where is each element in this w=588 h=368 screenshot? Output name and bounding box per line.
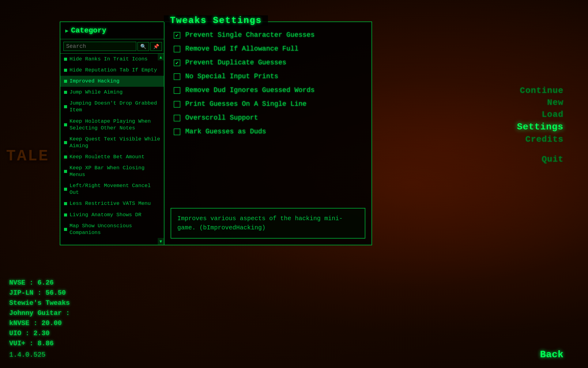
bullet-icon bbox=[64, 91, 67, 94]
checkbox-remove-dud-full[interactable] bbox=[174, 46, 180, 52]
checkbox-prevent-single[interactable]: ✔ bbox=[174, 32, 180, 39]
scroll-up-button[interactable]: ▲ bbox=[158, 54, 164, 60]
sidebar-item-hide-ranks[interactable]: Hide Ranks In Trait Icons bbox=[60, 54, 164, 65]
search-container: 🔍 📌 bbox=[60, 39, 164, 54]
checkbox-overscroll[interactable] bbox=[174, 115, 180, 121]
sidebar-item-roulette[interactable]: Keep Roulette Bet Amount bbox=[60, 151, 164, 163]
checkbox-prevent-dupe[interactable]: ✔ bbox=[174, 59, 180, 66]
description-box: Improves various aspects of the hacking … bbox=[171, 208, 365, 239]
category-scroll[interactable]: Hide Ranks In Trait IconsHide Reputation… bbox=[60, 54, 164, 245]
pin-button[interactable]: 📌 bbox=[150, 42, 162, 51]
vui-version: VUI+ : 8.86 bbox=[9, 339, 70, 349]
sidebar-item-living-anatomy[interactable]: Living Anatomy Shows DR bbox=[60, 209, 164, 220]
sidebar-item-jump-aiming[interactable]: Jump While Aiming bbox=[60, 87, 164, 98]
sidebar-item-lr-cancel[interactable]: Left/Right Movement Cancel Out bbox=[60, 180, 164, 198]
credits-button[interactable]: Credits bbox=[525, 135, 564, 144]
setting-row-print-single-line[interactable]: Print Guesses On A Single Line bbox=[174, 97, 362, 111]
sidebar-item-jumping-drop[interactable]: Jumping Doesn't Drop Grabbed Item bbox=[60, 98, 164, 116]
stewies-tweaks: Stewie's Tweaks bbox=[9, 298, 70, 308]
bullet-icon bbox=[64, 213, 67, 217]
jip-version: JIP-LN : 56.50 bbox=[9, 288, 70, 298]
bullet-icon bbox=[64, 123, 67, 126]
setting-label-prevent-single: Prevent Single Character Guesses bbox=[185, 31, 315, 39]
setting-label-mark-duds: Mark Guesses as Duds bbox=[185, 128, 266, 136]
bullet-icon bbox=[64, 80, 67, 83]
setting-row-prevent-dupe[interactable]: ✔ Prevent Duplicate Guesses bbox=[174, 56, 362, 70]
setting-label-remove-dud-ignore: Remove Dud Ignores Guessed Words bbox=[185, 86, 315, 94]
bullet-icon bbox=[64, 188, 67, 191]
quit-button[interactable]: Quit bbox=[542, 155, 564, 164]
setting-row-remove-dud-full[interactable]: Remove Dud If Allowance Full bbox=[174, 42, 362, 56]
setting-row-mark-duds[interactable]: Mark Guesses as Duds bbox=[174, 125, 362, 139]
setting-row-overscroll[interactable]: Overscroll Support bbox=[174, 111, 362, 125]
uio-version: UIO : 2.30 bbox=[9, 328, 70, 339]
setting-row-no-special-input[interactable]: No Special Input Prints bbox=[174, 70, 362, 83]
search-input[interactable] bbox=[63, 42, 136, 51]
version-info: NVSE : 6.26 JIP-LN : 56.50 Stewie's Twea… bbox=[9, 278, 70, 359]
bullet-icon bbox=[64, 170, 67, 173]
scroll-down-button[interactable]: ▼ bbox=[158, 238, 164, 245]
checkbox-print-single-line[interactable] bbox=[174, 101, 180, 108]
bullet-icon bbox=[64, 58, 67, 61]
new-button[interactable]: New bbox=[547, 98, 564, 107]
sidebar-item-quest-text[interactable]: Keep Quest Text Visible While Aiming bbox=[60, 134, 164, 151]
load-button[interactable]: Load bbox=[542, 110, 564, 119]
continue-button[interactable]: Continue bbox=[520, 86, 564, 95]
setting-row-prevent-single[interactable]: ✔ Prevent Single Character Guesses bbox=[174, 28, 362, 42]
bullet-icon bbox=[64, 228, 67, 231]
sidebar-item-xp-bar[interactable]: Keep XP Bar When Closing Menus bbox=[60, 163, 164, 180]
bullet-icon bbox=[64, 105, 67, 108]
bullet-icon bbox=[64, 141, 67, 144]
johnny-guitar: Johnny Guitar : bbox=[9, 308, 70, 318]
search-button[interactable]: 🔍 bbox=[138, 42, 149, 51]
category-panel: ▶ Category 🔍 📌 ▲ Hide Ranks In Trait Ico… bbox=[60, 22, 164, 245]
checkbox-mark-duds[interactable] bbox=[174, 128, 180, 135]
setting-label-print-single-line: Print Guesses On A Single Line bbox=[185, 100, 307, 108]
description-text: Improves various aspects of the hacking … bbox=[177, 214, 359, 232]
checkbox-no-special-input[interactable] bbox=[174, 73, 180, 80]
setting-label-overscroll: Overscroll Support bbox=[185, 114, 258, 122]
sidebar-item-map-unconscious[interactable]: Map Show Unconscious Companions bbox=[60, 220, 164, 238]
nvse-version: NVSE : 6.26 bbox=[9, 278, 70, 288]
settings-button[interactable]: Settings bbox=[517, 122, 564, 132]
bullet-icon bbox=[64, 155, 67, 159]
main-menu: Continue New Load Settings Credits Quit bbox=[517, 86, 564, 164]
category-title: Category bbox=[71, 26, 106, 35]
settings-list: ✔ Prevent Single Character Guesses Remov… bbox=[164, 22, 371, 205]
sidebar-item-holotape[interactable]: Keep Holotape Playing When Selecting Oth… bbox=[60, 116, 164, 134]
sidebar-item-improved-hacking[interactable]: Improved Hacking bbox=[60, 76, 164, 87]
category-list: ▲ Hide Ranks In Trait IconsHide Reputati… bbox=[60, 54, 164, 245]
sidebar-item-hide-rep[interactable]: Hide Reputation Tab If Empty bbox=[60, 65, 164, 76]
checkbox-remove-dud-ignore[interactable] bbox=[174, 87, 180, 94]
content-panel: ✔ Prevent Single Character Guesses Remov… bbox=[164, 22, 371, 245]
category-header: ▶ Category bbox=[60, 22, 164, 39]
setting-label-prevent-dupe: Prevent Duplicate Guesses bbox=[185, 59, 286, 67]
bullet-icon bbox=[64, 69, 67, 72]
settings-panel: Tweaks Settings ▶ Category 🔍 📌 ▲ Hide Ra… bbox=[60, 21, 372, 245]
setting-label-no-special-input: No Special Input Prints bbox=[185, 73, 278, 80]
version-number: 1.4.0.525 bbox=[9, 351, 70, 359]
bullet-icon bbox=[64, 202, 67, 205]
setting-row-remove-dud-ignore[interactable]: Remove Dud Ignores Guessed Words bbox=[174, 83, 362, 97]
setting-label-remove-dud-full: Remove Dud If Allowance Full bbox=[185, 45, 299, 53]
sidebar-item-vats[interactable]: Less Restrictive VATS Menu bbox=[60, 198, 164, 209]
knvse-version: kNVSE : 20.00 bbox=[9, 318, 70, 328]
category-arrow: ▶ bbox=[65, 27, 69, 34]
back-button[interactable]: Back bbox=[540, 349, 564, 360]
